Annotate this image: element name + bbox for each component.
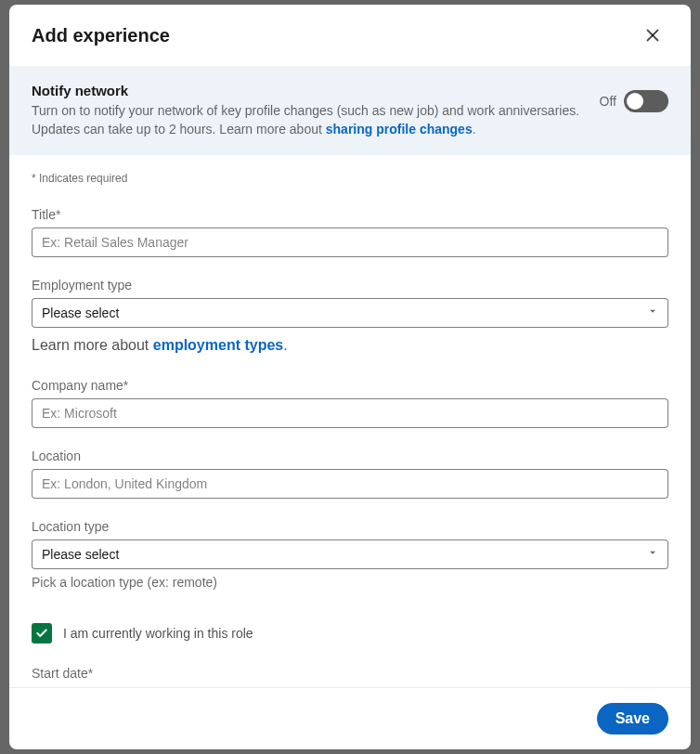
sharing-profile-changes-link[interactable]: sharing profile changes xyxy=(326,122,473,136)
modal-footer: Save xyxy=(9,687,691,749)
employment-type-select[interactable]: Please select xyxy=(32,298,668,328)
location-type-group: Location type Please select Pick a locat… xyxy=(32,519,668,590)
location-type-label: Location type xyxy=(32,519,668,534)
notify-toggle-wrap: Off xyxy=(600,90,668,112)
title-label: Title* xyxy=(32,207,668,222)
employment-type-select-wrap: Please select xyxy=(32,298,668,328)
toggle-knob xyxy=(627,93,643,110)
currently-working-row: I am currently working in this role xyxy=(32,623,668,644)
currently-working-checkbox[interactable] xyxy=(32,623,52,644)
modal-body[interactable]: Notify network Turn on to notify your ne… xyxy=(9,66,691,687)
notify-network-box: Notify network Turn on to notify your ne… xyxy=(9,66,691,155)
start-date-label: Start date* xyxy=(32,666,668,681)
company-label: Company name* xyxy=(32,378,668,393)
company-input[interactable] xyxy=(32,398,668,428)
notify-title: Notify network xyxy=(32,83,585,98)
currently-working-label: I am currently working in this role xyxy=(63,626,253,641)
notify-desc-suffix: . xyxy=(473,122,476,136)
employment-type-group: Employment type Please select xyxy=(32,278,668,328)
add-experience-modal: Add experience Notify network Turn on to… xyxy=(9,5,691,749)
title-input[interactable] xyxy=(32,228,668,257)
notify-toggle[interactable] xyxy=(624,90,668,112)
employment-types-link[interactable]: employment types xyxy=(153,337,283,353)
notify-description: Turn on to notify your network of key pr… xyxy=(32,102,585,138)
employment-type-label: Employment type xyxy=(32,278,668,292)
learn-suffix: . xyxy=(283,337,287,353)
location-label: Location xyxy=(32,448,668,463)
form-area: * Indicates required Title* Employment t… xyxy=(9,155,691,687)
title-group: Title* xyxy=(32,207,668,257)
save-button[interactable]: Save xyxy=(597,703,668,734)
location-type-help: Pick a location type (ex: remote) xyxy=(32,575,668,590)
learn-prefix: Learn more about xyxy=(32,337,153,353)
modal-header: Add experience xyxy=(9,5,691,66)
company-group: Company name* xyxy=(32,378,668,428)
close-icon xyxy=(642,25,663,46)
notify-desc-prefix: Turn on to notify your network of key pr… xyxy=(32,103,579,136)
required-indicator: * Indicates required xyxy=(32,172,668,185)
notify-text: Notify network Turn on to notify your ne… xyxy=(32,83,585,138)
toggle-state-label: Off xyxy=(600,94,616,109)
location-type-select[interactable]: Please select xyxy=(32,540,668,569)
modal-title: Add experience xyxy=(32,25,170,46)
close-button[interactable] xyxy=(637,20,668,51)
location-group: Location xyxy=(32,448,668,499)
location-input[interactable] xyxy=(32,469,668,499)
location-type-select-wrap: Please select xyxy=(32,540,668,569)
employment-types-learn-more: Learn more about employment types. xyxy=(32,337,668,354)
check-icon xyxy=(35,627,48,640)
start-date-group: Start date* xyxy=(32,666,668,681)
